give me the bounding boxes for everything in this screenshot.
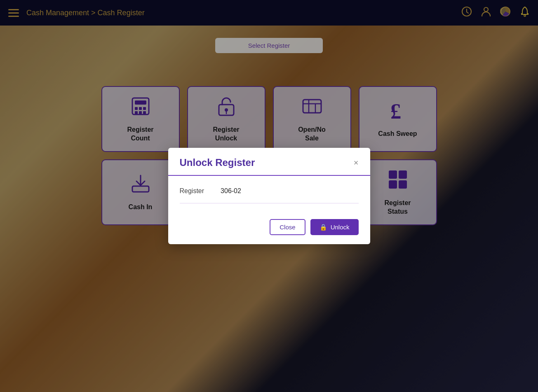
unlock-register-modal: Unlock Register × Register 306-02 Close …	[168, 148, 370, 244]
modal-body: Register 306-02	[168, 176, 370, 212]
unlock-button-label: Unlock	[331, 224, 350, 231]
modal-register-value: 306-02	[221, 187, 241, 195]
modal-register-label: Register	[180, 187, 204, 195]
modal-register-row: Register 306-02	[180, 187, 359, 203]
unlock-modal-button[interactable]: 🔒 Unlock	[310, 219, 359, 235]
modal-footer: Close 🔒 Unlock	[168, 212, 370, 244]
close-modal-button[interactable]: Close	[270, 219, 305, 235]
modal-header: Unlock Register ×	[168, 148, 370, 176]
modal-overlay: Unlock Register × Register 306-02 Close …	[0, 0, 538, 392]
modal-close-button[interactable]: ×	[354, 159, 359, 167]
lock-icon: 🔒	[320, 224, 327, 231]
modal-title: Unlock Register	[180, 157, 255, 168]
